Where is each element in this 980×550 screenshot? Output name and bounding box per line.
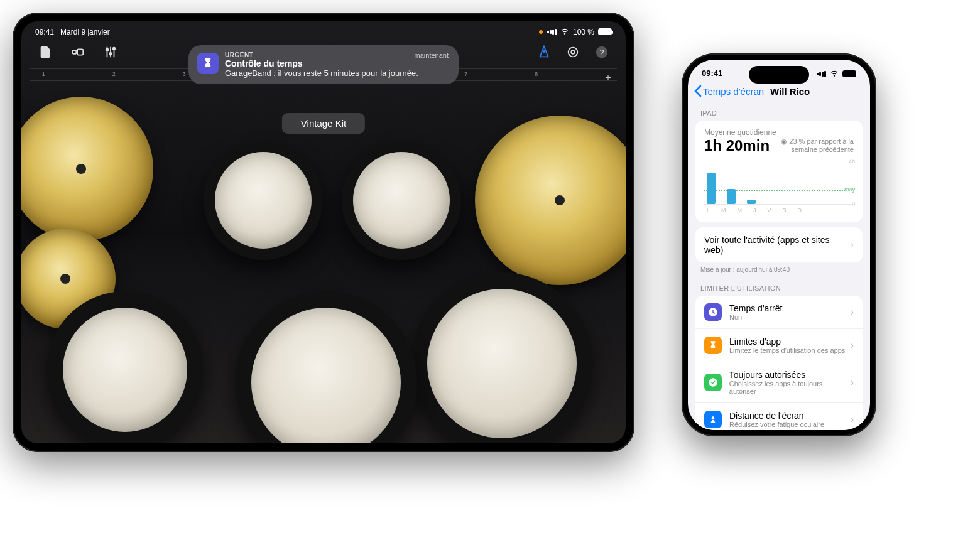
chevron-right-icon: › — [851, 306, 854, 318]
limit-card: Temps d'arrêtNon›Limites d'appLimitez le… — [695, 296, 863, 430]
row-title: Distance de l'écran — [729, 411, 826, 421]
section-device-label: IPAD — [688, 102, 870, 121]
chart-bar — [747, 200, 756, 204]
chart-avg-label: moy. — [844, 186, 856, 193]
chart-bar — [707, 173, 716, 204]
rack-tom-left[interactable] — [204, 141, 323, 260]
avg-value: 1h 20min — [704, 137, 770, 154]
row-title: Toujours autorisées — [729, 370, 851, 380]
iphone-device: 09:41 Temps d'écran Will Rico IPAD Moyen… — [682, 53, 876, 436]
chart-xtick: V — [768, 207, 771, 213]
settings-row[interactable]: Limites d'appLimitez le temps d'utilisat… — [695, 328, 863, 362]
chevron-right-icon: › — [851, 377, 854, 388]
section-limit-label: LIMITER L'UTILISATION — [688, 277, 870, 296]
chevron-left-icon — [694, 85, 702, 97]
page-title: Will Rico — [770, 86, 810, 97]
iphone-screen: 09:41 Temps d'écran Will Rico IPAD Moyen… — [688, 60, 870, 430]
kick-drum[interactable] — [235, 291, 417, 443]
row-title: Temps d'arrêt — [729, 303, 782, 313]
ipad-screen: 09:41 Mardi 9 janvier 100 % — [21, 21, 626, 443]
dynamic-island — [749, 66, 809, 84]
chart-ymin: 0 — [852, 200, 855, 207]
crash-cymbal-left[interactable] — [21, 97, 153, 241]
avg-delta: ◉ 23 % par rapport à la semaine précéden… — [778, 138, 854, 155]
row-icon — [704, 337, 722, 354]
status-time: 09:41 — [702, 68, 722, 79]
chart-xtick: M — [738, 207, 743, 213]
chevron-right-icon: › — [851, 340, 854, 351]
row-icon — [704, 411, 722, 428]
chart-xtick: S — [783, 207, 787, 213]
see-all-activity-row[interactable]: Voir toute l'activité (apps et sites web… — [695, 227, 863, 262]
drum-kit-canvas — [21, 21, 626, 443]
snare-drum[interactable] — [46, 291, 204, 443]
chart-xtick: M — [721, 207, 726, 213]
activity-row-label: Voir toute l'activité (apps et sites web… — [704, 235, 851, 255]
usage-card: Moyenne quotidienne 1h 20min ◉ 23 % par … — [695, 121, 863, 222]
floor-tom[interactable] — [411, 272, 593, 443]
row-subtitle: Non — [729, 313, 782, 321]
chevron-right-icon: › — [851, 414, 854, 425]
row-subtitle: Limitez le temps d'utilisation des apps — [729, 347, 845, 354]
row-title: Limites d'app — [729, 337, 845, 347]
ride-cymbal[interactable] — [475, 116, 626, 285]
chevron-right-icon: › — [851, 239, 854, 251]
chart-bar — [767, 203, 776, 204]
row-subtitle: Réduisez votre fatigue oculaire. — [729, 421, 826, 428]
chart-bar — [727, 189, 736, 204]
settings-row[interactable]: Temps d'arrêtNon› — [695, 296, 863, 328]
wifi-icon — [830, 68, 839, 79]
back-button[interactable]: Temps d'écran — [694, 85, 764, 97]
chart-bar — [827, 203, 836, 204]
chart-bar — [787, 203, 796, 204]
row-icon — [704, 303, 722, 321]
avg-label: Moyenne quotidienne — [704, 128, 854, 137]
chart-xtick: L — [707, 207, 710, 213]
last-update-label: Mise à jour : aujourd'hui à 09:40 — [688, 262, 870, 277]
back-label: Temps d'écran — [703, 86, 764, 97]
cell-signal-icon — [816, 71, 826, 77]
activity-row-card: Voir toute l'activité (apps et sites web… — [695, 227, 863, 262]
usage-bar-chart: 4h 0 moy. — [704, 161, 854, 205]
ipad-device: 09:41 Mardi 9 janvier 100 % — [13, 13, 634, 452]
chart-xtick: J — [753, 207, 756, 213]
rack-tom-right[interactable] — [342, 141, 461, 260]
battery-icon — [842, 70, 856, 77]
row-subtitle: Choisissez les apps à toujours autoriser — [729, 380, 851, 395]
chart-xtick: D — [798, 207, 802, 213]
settings-row[interactable]: Distance de l'écranRéduisez votre fatigu… — [695, 402, 863, 430]
row-icon — [704, 374, 722, 391]
settings-row[interactable]: Toujours autoriséesChoisissez les apps à… — [695, 362, 863, 402]
chart-ymax: 4h — [849, 158, 855, 164]
chart-bar — [807, 203, 816, 204]
